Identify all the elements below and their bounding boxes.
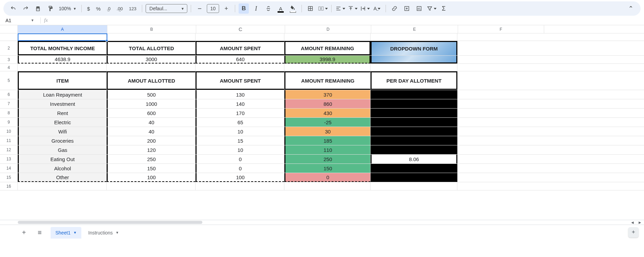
cell[interactable]: 1000 (107, 99, 196, 108)
cell[interactable] (457, 33, 544, 41)
print-button[interactable] (33, 3, 43, 14)
cell[interactable]: 15 (196, 136, 284, 145)
cell[interactable]: AMOUT ALLOTTED (107, 71, 196, 90)
merge-cells-button[interactable] (318, 3, 328, 14)
cell[interactable] (18, 33, 107, 41)
column-header-b[interactable]: B (107, 25, 196, 33)
cell[interactable] (457, 182, 544, 190)
filter-button[interactable] (426, 3, 437, 14)
cell[interactable]: 10 (196, 145, 284, 154)
cell[interactable]: Rent (18, 109, 107, 117)
cell[interactable] (284, 33, 371, 41)
row-header[interactable]: 15 (0, 173, 18, 182)
cell[interactable] (371, 173, 457, 182)
cell[interactable] (196, 33, 284, 41)
row-header[interactable]: 13 (0, 155, 18, 163)
cell[interactable]: Electric (18, 118, 107, 127)
functions-button[interactable]: Σ (439, 3, 449, 14)
cell[interactable] (371, 118, 457, 127)
cell[interactable]: 10 (196, 127, 284, 136)
cell[interactable] (457, 145, 544, 154)
sheet-tab[interactable]: Instructions▼ (83, 227, 124, 239)
formula-input[interactable] (51, 17, 641, 23)
cell[interactable]: 100 (196, 173, 284, 182)
horizontal-scrollbar[interactable]: ◄ ► (0, 220, 644, 225)
row-header[interactable] (0, 33, 18, 41)
cell[interactable]: 860 (284, 99, 371, 108)
cell[interactable] (371, 90, 457, 99)
cell[interactable]: 600 (107, 109, 196, 117)
cell[interactable] (371, 99, 457, 108)
cell[interactable]: AMOUNT REMAINING (284, 71, 371, 90)
cell[interactable]: Wifi (18, 127, 107, 136)
text-wrap-button[interactable] (360, 3, 370, 14)
row-header[interactable]: 7 (0, 99, 18, 108)
cell[interactable] (457, 136, 544, 145)
cell[interactable]: 170 (196, 109, 284, 117)
cell[interactable]: 130 (196, 90, 284, 99)
cell[interactable] (371, 136, 457, 145)
cell[interactable]: AMOUNT SPENT (196, 71, 284, 90)
cell[interactable]: Eating Out (18, 155, 107, 163)
italic-button[interactable]: I (251, 3, 261, 14)
row-header[interactable]: 6 (0, 90, 18, 99)
text-color-button[interactable]: A (276, 3, 286, 14)
cell[interactable]: 3000 (107, 56, 196, 63)
cell[interactable]: 430 (284, 109, 371, 117)
column-header-a[interactable]: A (18, 25, 107, 33)
cell[interactable]: 0 (284, 173, 371, 182)
dropdown-form-cell[interactable]: DROPDOWN FORM (371, 41, 457, 55)
cell[interactable]: 40 (107, 118, 196, 127)
cell[interactable] (371, 33, 457, 41)
cell[interactable] (457, 109, 544, 117)
cell[interactable]: 185 (284, 136, 371, 145)
fill-color-button[interactable] (288, 3, 298, 14)
cell[interactable]: AMOUNT REMAINING (284, 41, 371, 55)
undo-button[interactable] (8, 3, 18, 14)
all-sheets-button[interactable]: ≡ (35, 228, 44, 238)
insert-comment-button[interactable] (402, 3, 412, 14)
cell[interactable]: 640 (196, 56, 284, 63)
cell[interactable] (457, 155, 544, 163)
name-box[interactable]: A1 ▼ (3, 17, 37, 24)
cell[interactable]: 4638.9 (18, 56, 107, 63)
cell[interactable]: -25 (284, 118, 371, 127)
cell[interactable] (107, 64, 196, 71)
cell[interactable]: Investment (18, 99, 107, 108)
cell[interactable]: 8.06 (371, 155, 457, 163)
cell[interactable] (457, 99, 544, 108)
cell[interactable]: Other (18, 173, 107, 182)
column-header-f[interactable]: F (458, 25, 544, 33)
cell[interactable]: 500 (107, 90, 196, 99)
paint-format-button[interactable] (45, 3, 55, 14)
percent-button[interactable]: % (94, 3, 103, 14)
cell[interactable] (457, 41, 544, 55)
row-header[interactable]: 4 (0, 64, 18, 71)
cell[interactable] (371, 182, 457, 190)
cell[interactable]: Alcohol (18, 164, 107, 173)
borders-button[interactable] (305, 3, 316, 14)
cell[interactable]: 110 (284, 145, 371, 154)
row-header[interactable]: 5 (0, 71, 18, 90)
cell[interactable] (457, 127, 544, 136)
cell[interactable] (457, 56, 544, 63)
spreadsheet-grid[interactable]: A B C D E F 2 TOTAL MONTHLY INCOME TOTAL… (0, 25, 644, 220)
cell[interactable]: 0 (196, 164, 284, 173)
cell[interactable] (371, 64, 457, 71)
strikethrough-button[interactable] (263, 3, 273, 14)
insert-chart-button[interactable] (414, 3, 424, 14)
cell[interactable] (107, 33, 196, 41)
bold-button[interactable]: B (239, 3, 249, 14)
cell[interactable]: 150 (107, 164, 196, 173)
row-header[interactable]: 9 (0, 118, 18, 127)
cell[interactable] (284, 64, 371, 71)
cell[interactable] (457, 118, 544, 127)
sheet-tab[interactable]: Sheet1▼ (51, 227, 81, 239)
explore-button[interactable] (628, 227, 639, 238)
cell[interactable]: PER DAY ALLOTMENT (371, 71, 457, 90)
cell[interactable] (18, 64, 107, 71)
insert-link-button[interactable] (389, 3, 400, 14)
column-header-d[interactable]: D (285, 25, 371, 33)
cell[interactable]: 0 (196, 155, 284, 163)
row-header[interactable]: 16 (0, 182, 18, 190)
